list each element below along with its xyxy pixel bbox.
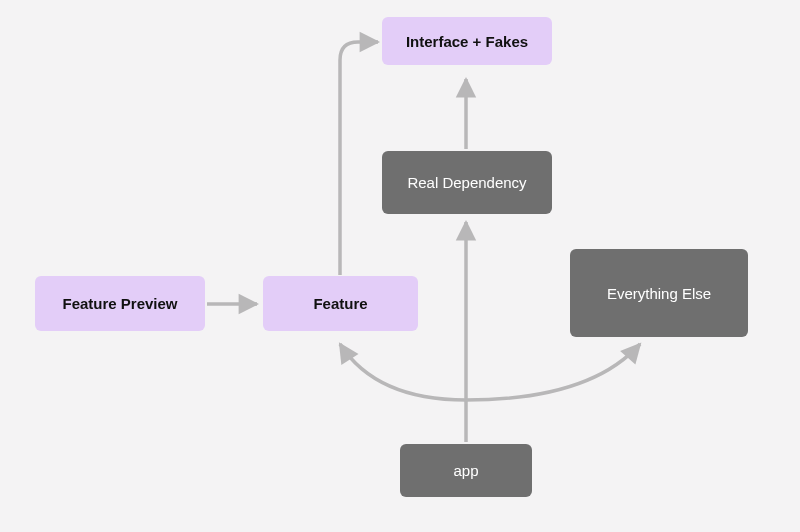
node-real-dependency: Real Dependency	[382, 151, 552, 214]
edge-feature-to-interface	[340, 42, 378, 275]
node-interface-fakes: Interface + Fakes	[382, 17, 552, 65]
node-feature: Feature	[263, 276, 418, 331]
node-everything-else: Everything Else	[570, 249, 748, 337]
node-label: Real Dependency	[407, 174, 526, 191]
dependency-diagram: Interface + Fakes Real Dependency Everyt…	[0, 0, 800, 532]
node-label: Feature	[313, 295, 367, 312]
node-label: Feature Preview	[62, 295, 177, 312]
node-feature-preview: Feature Preview	[35, 276, 205, 331]
edge-app-to-feature	[340, 344, 466, 400]
node-label: app	[453, 462, 478, 479]
edge-app-to-everything	[466, 344, 640, 400]
node-label: Interface + Fakes	[406, 33, 528, 50]
node-label: Everything Else	[607, 285, 711, 302]
node-app: app	[400, 444, 532, 497]
